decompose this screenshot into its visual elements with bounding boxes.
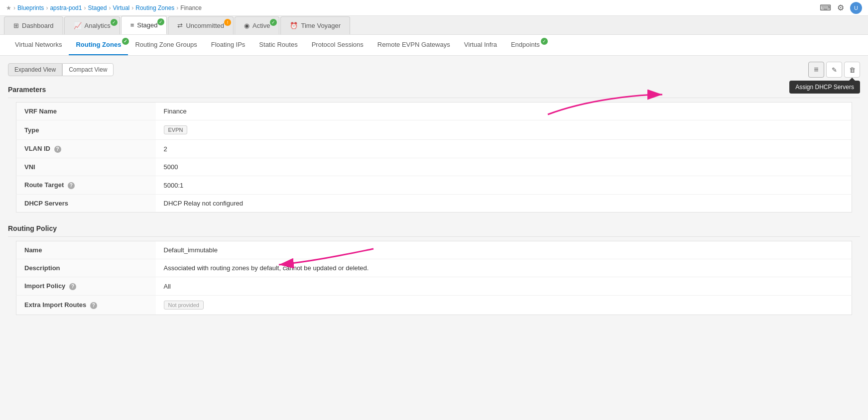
subnav-protocol-sessions[interactable]: Protocol Sessions <box>305 35 371 55</box>
subnav-routing-zones[interactable]: Routing Zones ✓ <box>69 35 128 55</box>
route-target-help-icon[interactable]: ? <box>68 182 75 189</box>
table-row: VLAN ID ? 2 <box>16 140 852 158</box>
tab-dashboard-label: Dashboard <box>22 22 54 29</box>
analytics-badge: ✓ <box>111 19 118 26</box>
table-row: Type EVPN <box>16 120 852 140</box>
breadcrumb-staged[interactable]: Staged <box>88 4 107 11</box>
vlan-id-help-icon[interactable]: ? <box>54 146 61 153</box>
terminal-icon[interactable]: ⌨ <box>820 3 831 12</box>
subnav-virtual-networks[interactable]: Virtual Networks <box>8 35 69 55</box>
table-row: Extra Import Routes ? Not provided <box>16 296 852 315</box>
subnav-static-routes[interactable]: Static Routes <box>252 35 304 55</box>
vlan-id-value: 2 <box>156 140 852 158</box>
tab-analytics[interactable]: 📈 Analytics ✓ <box>64 16 120 34</box>
table-row: DHCP Servers DHCP Relay not configured <box>16 195 852 212</box>
table-row: Description Associated with routing zone… <box>16 259 852 277</box>
breadcrumb-virtual[interactable]: Virtual <box>113 4 129 11</box>
tab-uncommitted[interactable]: ⇄ Uncommitted ! <box>168 16 234 34</box>
subnav-floating-ips[interactable]: Floating IPs <box>204 35 252 55</box>
expanded-view-button[interactable]: Expanded View <box>8 63 62 76</box>
active-badge: ✓ <box>270 19 277 26</box>
rp-import-policy-value: All <box>156 277 852 296</box>
breadcrumb-current: Finance <box>180 4 202 11</box>
uncommitted-badge: ! <box>224 19 231 26</box>
rp-description-label: Description <box>16 259 156 277</box>
subnav-virtual-infra[interactable]: Virtual Infra <box>457 35 504 55</box>
tab-active-label: Active <box>252 22 270 29</box>
subnav-remote-evpn-gateways[interactable]: Remote EVPN Gateways <box>371 35 457 55</box>
tab-time-voyager-label: Time Voyager <box>301 22 341 29</box>
routing-policy-table-wrap: Name Default_immutable Description Assoc… <box>16 241 852 315</box>
rp-extra-import-routes-value: Not provided <box>156 296 852 315</box>
settings-icon[interactable]: ⚙ <box>837 3 844 12</box>
tab-bar: ⊞ Dashboard 📈 Analytics ✓ ≡ Staged ✓ ⇄ U… <box>0 16 868 35</box>
toolbar-row: Expanded View Compact View ≡ ✎ 🗑 Assign … <box>0 56 868 82</box>
extra-import-routes-help-icon[interactable]: ? <box>90 302 97 309</box>
breadcrumb-routing-zones[interactable]: Routing Zones <box>135 4 174 11</box>
edit-button[interactable]: ✎ <box>826 62 842 78</box>
breadcrumb: ★ › Blueprints › apstra-pod1 › Staged › … <box>6 4 202 11</box>
route-target-label: Route Target ? <box>16 176 156 195</box>
routing-policy-table: Name Default_immutable Description Assoc… <box>16 241 852 315</box>
rp-import-policy-label: Import Policy ? <box>16 277 156 296</box>
type-label: Type <box>16 120 156 140</box>
dhcp-servers-label: DHCP Servers <box>16 195 156 212</box>
table-row: VNI 5000 <box>16 158 852 176</box>
tab-analytics-label: Analytics <box>85 22 111 29</box>
routing-policy-section-title: Routing Policy <box>8 220 860 237</box>
rp-name-label: Name <box>16 241 156 259</box>
time-voyager-icon: ⏰ <box>290 22 298 29</box>
vni-label: VNI <box>16 158 156 176</box>
parameters-section: Parameters VRF Name Finance Type EV <box>0 82 868 212</box>
vrf-name-label: VRF Name <box>16 103 156 120</box>
rp-description-value: Associated with routing zones by default… <box>156 259 852 277</box>
not-provided-badge: Not provided <box>164 301 204 310</box>
evpn-badge: EVPN <box>164 125 188 134</box>
subnav-routing-zone-groups[interactable]: Routing Zone Groups <box>128 35 204 55</box>
staged-icon: ≡ <box>130 21 134 29</box>
route-target-value: 5000:1 <box>156 176 852 195</box>
dhcp-servers-value: DHCP Relay not configured <box>156 195 852 212</box>
vni-value: 5000 <box>156 158 852 176</box>
breadcrumb-apstra-pod1[interactable]: apstra-pod1 <box>50 4 82 11</box>
tab-time-voyager[interactable]: ⏰ Time Voyager <box>280 16 350 34</box>
top-bar-actions: ⌨ ⚙ U <box>820 2 862 14</box>
subnav-endpoints[interactable]: Endpoints ✓ <box>504 35 547 55</box>
parameters-table-wrap: VRF Name Finance Type EVPN <box>16 102 852 212</box>
tab-uncommitted-label: Uncommitted <box>186 22 224 29</box>
routing-policy-section: Routing Policy Name Default_immutable De… <box>0 220 868 315</box>
vrf-name-value: Finance <box>156 103 852 120</box>
delete-button[interactable]: 🗑 <box>844 62 860 78</box>
table-row: Route Target ? 5000:1 <box>16 176 852 195</box>
staged-badge: ✓ <box>157 18 164 25</box>
vlan-id-label: VLAN ID ? <box>16 140 156 158</box>
top-bar: ★ › Blueprints › apstra-pod1 › Staged › … <box>0 0 868 16</box>
table-row: Name Default_immutable <box>16 241 852 259</box>
table-row: VRF Name Finance <box>16 103 852 120</box>
active-icon: ◉ <box>244 22 249 29</box>
view-toggle: Expanded View Compact View <box>8 63 114 76</box>
rp-name-value: Default_immutable <box>156 241 852 259</box>
assign-dhcp-tooltip: Assign DHCP Servers <box>789 81 860 94</box>
parameters-section-title: Parameters <box>8 82 860 98</box>
compact-view-button[interactable]: Compact View <box>62 63 114 76</box>
tab-dashboard[interactable]: ⊞ Dashboard <box>4 16 63 34</box>
table-row: Import Policy ? All <box>16 277 852 296</box>
analytics-icon: 📈 <box>74 22 82 29</box>
uncommitted-icon: ⇄ <box>177 22 183 29</box>
sub-nav: Virtual Networks Routing Zones ✓ Routing… <box>0 35 868 56</box>
type-value: EVPN <box>156 120 852 140</box>
dashboard-icon: ⊞ <box>13 22 19 29</box>
user-avatar[interactable]: U <box>850 2 862 14</box>
tab-active[interactable]: ◉ Active ✓ <box>235 16 279 34</box>
parameters-table: VRF Name Finance Type EVPN <box>16 102 852 212</box>
list-view-button[interactable]: ≡ <box>808 62 824 78</box>
breadcrumb-blueprints[interactable]: Blueprints <box>17 4 44 11</box>
tab-staged-label: Staged <box>137 21 157 29</box>
import-policy-help-icon[interactable]: ? <box>69 283 76 290</box>
star-icon[interactable]: ★ <box>6 4 11 11</box>
action-icons: ≡ ✎ 🗑 Assign DHCP Servers <box>808 62 860 78</box>
rp-extra-import-routes-label: Extra Import Routes ? <box>16 296 156 315</box>
tab-staged[interactable]: ≡ Staged ✓ <box>121 16 167 34</box>
content-area: Expanded View Compact View ≡ ✎ 🗑 Assign … <box>0 56 868 315</box>
